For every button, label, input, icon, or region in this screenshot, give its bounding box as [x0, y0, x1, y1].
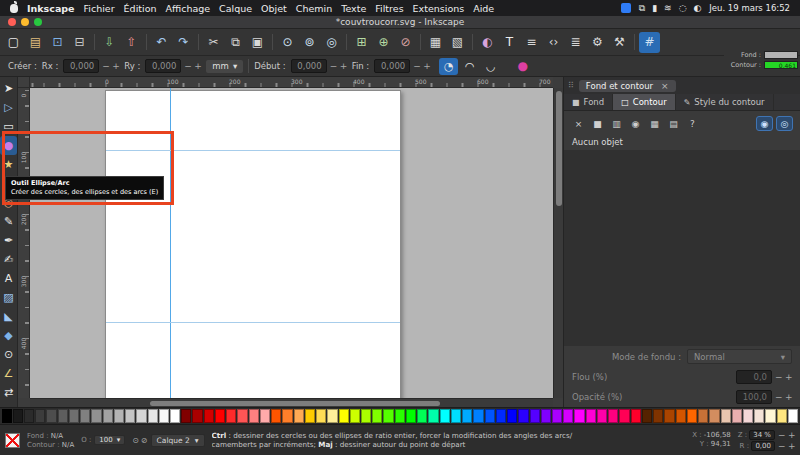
tab-style-du-contour[interactable]: ✎Style du contour — [676, 94, 774, 110]
snap-toggle-button[interactable]: # — [639, 32, 660, 53]
start-spinbox[interactable]: 0,000−+ — [291, 59, 347, 73]
palette-swatch[interactable] — [440, 409, 450, 423]
palette-swatch[interactable] — [69, 409, 79, 423]
import-button[interactable]: ⇩ — [99, 32, 120, 53]
rotation-spinbox[interactable]: 0,00−+ — [751, 441, 795, 451]
palette-swatch[interactable] — [428, 409, 438, 423]
control-center-icon[interactable]: ◐ — [693, 3, 701, 14]
palette-swatch[interactable] — [687, 409, 697, 423]
palette-swatch[interactable] — [13, 409, 23, 423]
close-panel-icon[interactable]: × — [661, 81, 669, 91]
palette-swatch[interactable] — [159, 409, 169, 423]
palette-swatch[interactable] — [271, 409, 281, 423]
palette-swatch[interactable] — [451, 409, 461, 423]
layers-dialog-button[interactable]: ≣ — [565, 32, 586, 53]
screen-mirroring-icon[interactable]: ⧉ — [639, 3, 645, 14]
unknown-paint-button[interactable]: ? — [685, 117, 700, 130]
rotation-increment-button[interactable]: + — [788, 441, 795, 451]
palette-swatch[interactable] — [676, 409, 686, 423]
canvas[interactable] — [30, 88, 553, 398]
palette-swatch[interactable] — [327, 409, 337, 423]
palette-swatch[interactable] — [732, 409, 742, 423]
fill-color-swatch[interactable] — [764, 51, 798, 59]
text-dialog-button[interactable]: T — [499, 32, 520, 53]
statusbar-opacity-input[interactable]: 100 ▾ — [94, 435, 125, 445]
new-document-button[interactable]: ▢ — [3, 32, 24, 53]
connector-tool[interactable]: ⇄ — [0, 383, 17, 402]
palette-swatch[interactable] — [597, 409, 607, 423]
tab-contour[interactable]: □Contour — [613, 94, 676, 110]
zoom-window-button[interactable] — [34, 18, 42, 26]
zoom-tool[interactable]: ⊙ — [0, 345, 17, 364]
fill-rule-evenodd-button[interactable]: ◎ — [776, 116, 793, 131]
open-document-button[interactable]: ▤ — [25, 32, 46, 53]
blur-spinbox[interactable]: 0,0−+ — [736, 370, 792, 384]
menu-app-name[interactable]: Inkscape — [27, 3, 75, 14]
palette-swatch[interactable] — [563, 409, 573, 423]
palette-swatch[interactable] — [237, 409, 247, 423]
zoom-drawing-button[interactable]: ⊚ — [299, 32, 320, 53]
zoom-spinbox[interactable]: 34 %−+ — [749, 430, 795, 440]
vertical-ruler[interactable]: 0100200300400 — [18, 88, 30, 398]
palette-swatch[interactable] — [496, 409, 506, 423]
bucket-tool[interactable]: ◆ — [0, 326, 17, 345]
palette-swatch[interactable] — [91, 409, 101, 423]
menu-aide[interactable]: Aide — [473, 3, 494, 14]
zoom-decrement-button[interactable]: − — [778, 430, 785, 440]
horizontal-ruler[interactable]: 0100200300400500600700 — [30, 77, 553, 88]
unit-dropdown[interactable]: mm ▾ — [206, 60, 243, 73]
palette-swatch[interactable] — [485, 409, 495, 423]
guide-horizontal-2[interactable] — [106, 322, 400, 323]
start-decrement-button[interactable]: − — [330, 61, 337, 71]
palette-swatch[interactable] — [24, 409, 34, 423]
blur-increment-button[interactable]: + — [785, 372, 792, 382]
palette-swatch[interactable] — [294, 409, 304, 423]
palette-swatch[interactable] — [361, 409, 371, 423]
palette-swatch[interactable] — [136, 409, 146, 423]
rotation-input[interactable]: 0,00 — [751, 441, 775, 451]
opacity-panel-decrement-button[interactable]: − — [775, 392, 782, 402]
ry-spinbox[interactable]: 0,000−+ — [145, 59, 201, 73]
layer-dropdown[interactable]: Calque 2 ▾ — [151, 434, 205, 447]
palette-swatch[interactable] — [181, 409, 191, 423]
palette-swatch[interactable] — [518, 409, 528, 423]
zoom-selection-button[interactable]: ⊙ — [277, 32, 298, 53]
palette-swatch[interactable] — [372, 409, 382, 423]
pen-tool[interactable]: ✒ — [0, 231, 17, 250]
menu-chemin[interactable]: Chemin — [296, 3, 332, 14]
palette-swatch[interactable] — [215, 409, 225, 423]
copy-button[interactable]: ⧉ — [225, 32, 246, 53]
fill-stroke-dialog-button[interactable]: ◐ — [477, 32, 498, 53]
menu-texte[interactable]: Texte — [341, 3, 366, 14]
palette-swatch[interactable] — [249, 409, 259, 423]
palette-swatch[interactable] — [80, 409, 90, 423]
group-button[interactable]: ▦ — [425, 32, 446, 53]
no-paint-button[interactable]: × — [571, 117, 586, 130]
start-input[interactable]: 0,000 — [291, 59, 327, 73]
palette-swatch[interactable] — [103, 409, 113, 423]
palette-swatch[interactable] — [777, 409, 787, 423]
search-icon[interactable]: ◌ — [679, 3, 687, 14]
print-button[interactable]: ⊟ — [69, 32, 90, 53]
radial-gradient-button[interactable]: ◉ — [628, 117, 643, 130]
end-input[interactable]: 0,000 — [374, 59, 410, 73]
palette-swatch[interactable] — [473, 409, 483, 423]
opacity-panel-spinbox[interactable]: 100,0−+ — [736, 390, 792, 404]
close-window-button[interactable] — [8, 18, 16, 26]
palette-swatch[interactable] — [530, 409, 540, 423]
layer-visibility-icon[interactable]: ⊙ — [132, 436, 139, 445]
opacity-panel-increment-button[interactable]: + — [785, 392, 792, 402]
horizontal-scrollbar-thumb[interactable] — [150, 401, 440, 406]
palette-swatch[interactable] — [642, 409, 652, 423]
end-spinbox[interactable]: 0,000−+ — [374, 59, 430, 73]
layer-lock-icon[interactable]: ⊘ — [141, 436, 148, 445]
palette-swatch[interactable] — [148, 409, 158, 423]
horizontal-scrollbar[interactable] — [30, 398, 553, 407]
palette-swatch[interactable] — [204, 409, 214, 423]
stroke-color-swatch[interactable]: 0,461 — [764, 61, 798, 69]
ry-increment-button[interactable]: + — [194, 61, 201, 71]
selector-tool[interactable]: ➤ — [0, 79, 17, 98]
node-tool[interactable]: ▷ — [0, 98, 17, 117]
blur-input[interactable]: 0,0 — [736, 370, 772, 384]
export-button[interactable]: ⇧ — [121, 32, 142, 53]
